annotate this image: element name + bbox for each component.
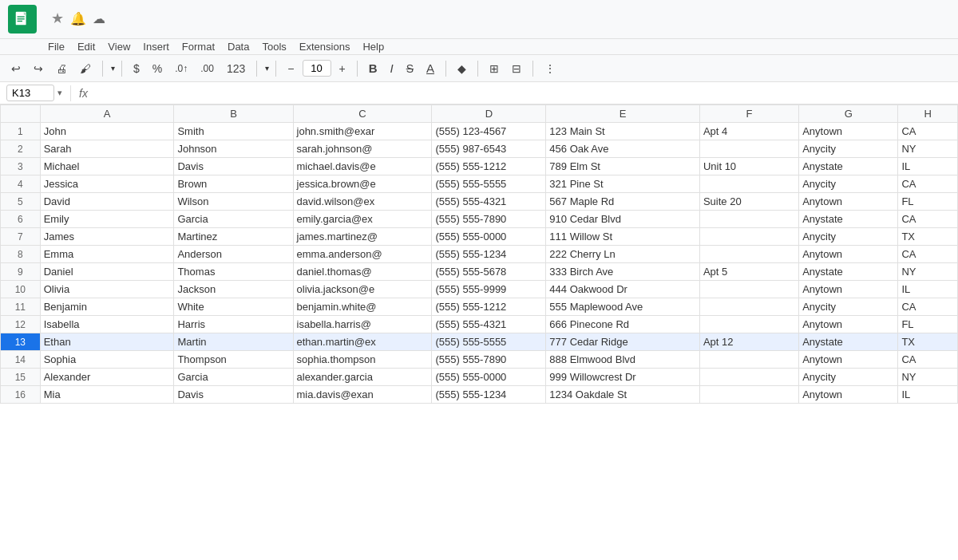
bold-button[interactable]: B [364, 58, 382, 78]
cell-a5[interactable]: David [40, 193, 174, 211]
cell-f1[interactable]: Apt 4 [699, 123, 798, 140]
cell-f8[interactable] [699, 246, 798, 263]
cell-d8[interactable]: (555) 555-1234 [432, 246, 546, 263]
cell-e13[interactable]: 777 Cedar Ridge [546, 333, 700, 351]
cell-f13[interactable]: Apt 12 [699, 333, 798, 351]
table-row[interactable]: 2SarahJohnsonsarah.johnson@(555) 987-654… [1, 140, 958, 158]
col-header-a[interactable]: A [40, 105, 174, 123]
cell-d7[interactable]: (555) 555-0000 [432, 228, 546, 246]
cell-e11[interactable]: 555 Maplewood Ave [546, 298, 700, 316]
cell-f14[interactable] [699, 351, 798, 369]
cell-e12[interactable]: 666 Pinecone Rd [546, 316, 700, 333]
table-row[interactable]: 8EmmaAndersonemma.anderson@(555) 555-123… [1, 246, 958, 263]
cell-g1[interactable]: Anytown [799, 123, 898, 140]
star-icon[interactable]: ★ [51, 10, 64, 27]
cell-f3[interactable]: Unit 10 [699, 158, 798, 175]
cell-d4[interactable]: (555) 555-5555 [432, 175, 546, 193]
decimal-decrease-button[interactable]: .0↑ [170, 60, 192, 77]
cell-g16[interactable]: Anytown [799, 386, 898, 404]
redo-button[interactable]: ↪ [29, 59, 48, 78]
cell-h6[interactable]: CA [898, 211, 958, 228]
cell-g8[interactable]: Anytown [799, 246, 898, 263]
cell-f10[interactable] [699, 281, 798, 298]
row-number[interactable]: 2 [1, 140, 41, 158]
cell-b11[interactable]: White [174, 298, 293, 316]
cell-b5[interactable]: Wilson [174, 193, 293, 211]
cell-c2[interactable]: sarah.johnson@ [293, 140, 432, 158]
cell-d9[interactable]: (555) 555-5678 [432, 263, 546, 281]
cell-c13[interactable]: ethan.martin@ex [293, 333, 432, 351]
font-size-input[interactable] [303, 60, 331, 77]
row-number[interactable]: 14 [1, 351, 41, 369]
menu-help[interactable]: Help [356, 39, 390, 54]
zoom-control[interactable]: ▾ [109, 64, 115, 73]
cell-h5[interactable]: FL [898, 193, 958, 211]
table-row[interactable]: 6EmilyGarciaemily.garcia@ex(555) 555-789… [1, 211, 958, 228]
table-row[interactable]: 7JamesMartinezjames.martinez@(555) 555-0… [1, 228, 958, 246]
font-dropdown-icon[interactable]: ▾ [265, 64, 269, 73]
cell-f2[interactable] [699, 140, 798, 158]
row-number[interactable]: 16 [1, 386, 41, 404]
cell-f12[interactable] [699, 316, 798, 333]
cell-f15[interactable] [699, 369, 798, 386]
currency-button[interactable]: $ [129, 59, 144, 78]
cell-d14[interactable]: (555) 555-7890 [432, 351, 546, 369]
cell-h11[interactable]: CA [898, 298, 958, 316]
row-number[interactable]: 11 [1, 298, 41, 316]
cell-b4[interactable]: Brown [174, 175, 293, 193]
cell-c4[interactable]: jessica.brown@e [293, 175, 432, 193]
table-row[interactable]: 14SophiaThompsonsophia.thompson(555) 555… [1, 351, 958, 369]
cell-h14[interactable]: CA [898, 351, 958, 369]
table-row[interactable]: 15AlexanderGarciaalexander.garcia(555) 5… [1, 369, 958, 386]
borders-button[interactable]: ⊞ [485, 59, 504, 78]
cell-c5[interactable]: david.wilson@ex [293, 193, 432, 211]
menu-file[interactable]: File [42, 39, 71, 54]
table-row[interactable]: 13EthanMartinethan.martin@ex(555) 555-55… [1, 333, 958, 351]
menu-extensions[interactable]: Extensions [293, 39, 357, 54]
table-row[interactable]: 9DanielThomasdaniel.thomas@(555) 555-567… [1, 263, 958, 281]
menu-data[interactable]: Data [221, 39, 255, 54]
cell-h2[interactable]: NY [898, 140, 958, 158]
table-row[interactable]: 16MiaDavismia.davis@exan(555) 555-123412… [1, 386, 958, 404]
fill-color-button[interactable]: ◆ [453, 59, 471, 78]
cell-b6[interactable]: Garcia [174, 211, 293, 228]
row-number[interactable]: 4 [1, 175, 41, 193]
col-header-g[interactable]: G [799, 105, 898, 123]
cell-c11[interactable]: benjamin.white@ [293, 298, 432, 316]
cell-f16[interactable] [699, 386, 798, 404]
col-header-e[interactable]: E [546, 105, 700, 123]
cell-a4[interactable]: Jessica [40, 175, 174, 193]
cell-d5[interactable]: (555) 555-4321 [432, 193, 546, 211]
font-size-decrease[interactable]: − [283, 59, 299, 78]
cell-a9[interactable]: Daniel [40, 263, 174, 281]
font-size-increase[interactable]: + [335, 59, 350, 78]
cell-h3[interactable]: IL [898, 158, 958, 175]
cell-c12[interactable]: isabella.harris@ [293, 316, 432, 333]
cell-e8[interactable]: 222 Cherry Ln [546, 246, 700, 263]
cell-g7[interactable]: Anycity [799, 228, 898, 246]
cell-e4[interactable]: 321 Pine St [546, 175, 700, 193]
cell-g9[interactable]: Anystate [799, 263, 898, 281]
format-number-button[interactable]: 123 [222, 59, 250, 78]
cell-b1[interactable]: Smith [174, 123, 293, 140]
menu-view[interactable]: View [101, 39, 137, 54]
cell-e6[interactable]: 910 Cedar Blvd [546, 211, 700, 228]
cell-a2[interactable]: Sarah [40, 140, 174, 158]
cell-e2[interactable]: 456 Oak Ave [546, 140, 700, 158]
strikethrough-button[interactable]: S [402, 59, 418, 78]
cell-d15[interactable]: (555) 555-0000 [432, 369, 546, 386]
cell-g5[interactable]: Anytown [799, 193, 898, 211]
table-row[interactable]: 5DavidWilsondavid.wilson@ex(555) 555-432… [1, 193, 958, 211]
italic-button[interactable]: I [386, 58, 398, 78]
cell-e3[interactable]: 789 Elm St [546, 158, 700, 175]
table-row[interactable]: 10OliviaJacksonolivia.jackson@e(555) 555… [1, 281, 958, 298]
cell-d10[interactable]: (555) 555-9999 [432, 281, 546, 298]
font-selector[interactable]: ▾ [263, 64, 269, 73]
cell-g12[interactable]: Anytown [799, 316, 898, 333]
cell-b7[interactable]: Martinez [174, 228, 293, 246]
cell-b2[interactable]: Johnson [174, 140, 293, 158]
cell-e9[interactable]: 333 Birch Ave [546, 263, 700, 281]
cell-d3[interactable]: (555) 555-1212 [432, 158, 546, 175]
cell-g15[interactable]: Anycity [799, 369, 898, 386]
cell-h16[interactable]: IL [898, 386, 958, 404]
